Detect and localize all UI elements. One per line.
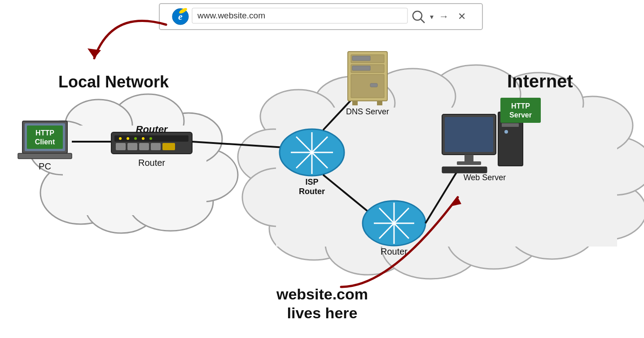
- svg-text:Router: Router: [136, 124, 168, 135]
- svg-rect-91: [500, 98, 541, 123]
- svg-rect-50: [162, 143, 175, 150]
- local-network-label: Local Network: [58, 73, 169, 91]
- svg-rect-69: [352, 56, 370, 61]
- svg-rect-71: [352, 66, 370, 70]
- svg-point-52: [127, 137, 129, 140]
- svg-text:Router: Router: [299, 187, 325, 196]
- pc-label: PC: [39, 161, 51, 171]
- svg-text:HTTP: HTTP: [35, 129, 54, 137]
- bottom-router-label: Router: [381, 247, 407, 256]
- router-label: Router: [138, 158, 165, 168]
- svg-rect-85: [457, 161, 481, 165]
- svg-rect-49: [151, 143, 161, 150]
- svg-rect-84: [464, 155, 473, 162]
- svg-point-89: [504, 130, 508, 134]
- svg-rect-88: [502, 123, 519, 127]
- svg-text:→: →: [439, 11, 449, 22]
- svg-point-53: [134, 137, 137, 140]
- svg-text:▾: ▾: [430, 13, 434, 21]
- svg-rect-47: [127, 143, 137, 150]
- svg-rect-83: [445, 117, 493, 152]
- svg-rect-73: [370, 83, 377, 87]
- svg-text:HTTP: HTTP: [511, 102, 530, 110]
- svg-text:www.website.com: www.website.com: [197, 11, 265, 20]
- tagline-line2: lives here: [287, 304, 358, 321]
- svg-rect-42: [18, 153, 72, 159]
- tagline-line1: website.com: [276, 286, 368, 303]
- local-network-cloud: [29, 94, 238, 233]
- svg-rect-90: [442, 167, 487, 173]
- internet-label: Internet: [507, 71, 573, 91]
- svg-rect-74: [352, 101, 358, 105]
- svg-point-54: [142, 137, 145, 140]
- svg-point-51: [119, 137, 122, 140]
- svg-rect-72: [351, 74, 384, 98]
- svg-text:ISP: ISP: [305, 178, 318, 186]
- diagram-svg: e www.website.com ▾ → ✕: [0, 0, 644, 338]
- web-server-label: Web Server: [464, 173, 506, 182]
- svg-rect-46: [116, 143, 126, 150]
- svg-text:✕: ✕: [458, 11, 466, 22]
- dns-server-label: DNS Server: [346, 107, 389, 116]
- svg-point-55: [149, 137, 152, 140]
- svg-text:Server: Server: [509, 111, 532, 119]
- svg-text:Client: Client: [35, 138, 55, 146]
- main-diagram: e www.website.com ▾ → ✕: [0, 0, 644, 338]
- svg-rect-75: [377, 101, 382, 105]
- svg-rect-48: [139, 143, 149, 150]
